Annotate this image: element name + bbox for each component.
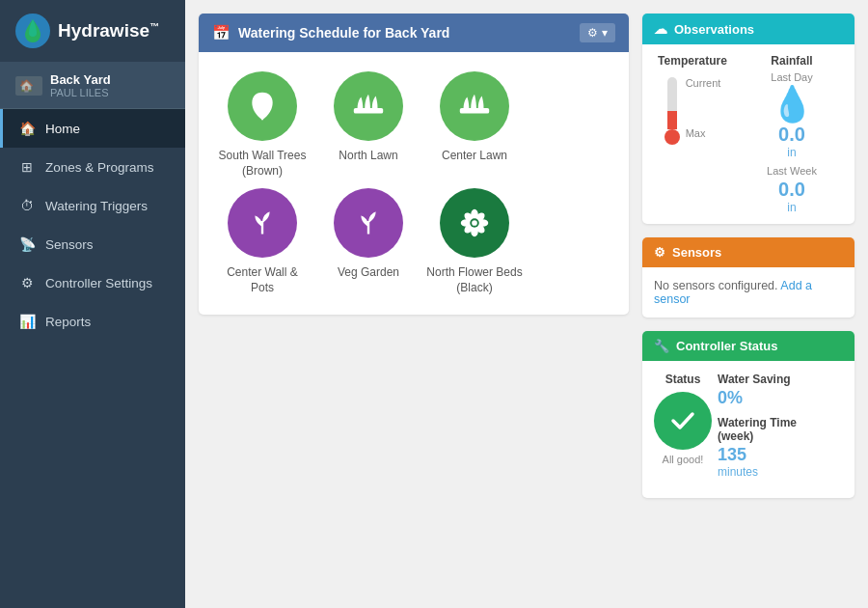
observations-card: ☁ Observations Temperature [642, 14, 854, 224]
zone-label-south-wall: South Wall Trees(Brown) [219, 149, 307, 179]
nav-label-home: Home [45, 122, 80, 136]
status-label: Status [665, 373, 701, 386]
zone-north-flower[interactable]: North Flower Beds(Black) [426, 188, 523, 295]
nav-item-sensors[interactable]: 📡 Sensors [0, 225, 185, 263]
home-icon: 🏠 [18, 120, 36, 137]
rain-last-week-unit: in [787, 201, 796, 214]
water-saving-label: Water Saving [718, 373, 843, 386]
sensors-header: ⚙ Sensors [642, 237, 854, 267]
schedule-gear-button[interactable]: ⚙ ▾ [580, 23, 615, 42]
main-content: 📅 Watering Schedule for Back Yard ⚙ ▾ [185, 0, 868, 608]
watering-time-value: 135 [718, 445, 746, 465]
rain-last-day-unit: in [787, 146, 796, 159]
cloud-icon: ☁ [654, 21, 667, 37]
zone-circle-center-lawn [440, 71, 509, 141]
all-good-circle [654, 392, 712, 450]
schedule-header: 📅 Watering Schedule for Back Yard ⚙ ▾ [199, 14, 629, 52]
reports-icon: 📊 [18, 313, 36, 330]
user-info: Back Yard PAUL LILES [50, 72, 111, 98]
controller-body: Status All good! Water Saving 0% [642, 361, 854, 498]
triggers-icon: ⏱ [18, 197, 36, 214]
logo: Hydrawise™ [0, 0, 185, 63]
nav-label-zones: Zones & Programs [45, 160, 154, 175]
temp-label: Temperature [658, 54, 727, 68]
rain-last-week-value: 0.0 [778, 179, 805, 201]
rain-label: Rainfall [771, 54, 812, 68]
zone-circle-south-wall [228, 71, 297, 141]
logo-icon [15, 14, 50, 48]
sprout2-icon [350, 205, 387, 241]
temp-current-label: Current [686, 77, 721, 89]
nav-label-sensors: Sensors [45, 237, 94, 252]
controller-stats: Water Saving 0% Watering Time (week) 135… [718, 373, 843, 486]
zones-grid: South Wall Trees(Brown) North Lawn [199, 52, 629, 315]
schedule-actions: ⚙ ▾ [580, 23, 615, 42]
nav-item-home[interactable]: 🏠 Home [0, 109, 185, 148]
schedule-title: 📅 Watering Schedule for Back Yard [212, 24, 449, 41]
check-icon [668, 406, 697, 435]
watering-time-label: Watering Time (week) [718, 416, 843, 443]
zone-circle-north-lawn [334, 71, 403, 141]
temp-max-label: Max [686, 127, 721, 139]
svg-rect-4 [354, 108, 383, 114]
controller-header: 🔧 Controller Status [642, 331, 854, 361]
leaf-icon [244, 88, 281, 124]
sidebar: Hydrawise™ 🏠 Back Yard PAUL LILES 🏠 Home… [0, 0, 185, 608]
zone-label-center-wall: Center Wall & Pots [214, 265, 311, 295]
all-good-label: All good! [663, 454, 704, 465]
temperature-section: Temperature Current Max [654, 54, 731, 214]
observations-title: Observations [674, 22, 754, 37]
sensors-gear-icon: ⚙ [654, 245, 665, 260]
zone-circle-north-flower [440, 188, 509, 258]
calendar-icon: 📅 [212, 24, 231, 41]
user-name: Back Yard [50, 72, 111, 87]
observations-body: Temperature Current Max [642, 44, 854, 224]
nav-item-triggers[interactable]: ⏱ Watering Triggers [0, 186, 185, 225]
svg-text:🏠: 🏠 [19, 78, 34, 93]
user-panel: 🏠 Back Yard PAUL LILES [0, 63, 185, 109]
raindrop-icon: 💧 [771, 87, 814, 122]
controller-icon-header: 🔧 [654, 339, 669, 353]
schedule-title-text: Watering Schedule for Back Yard [238, 25, 449, 41]
rain-last-week-label: Last Week [767, 165, 817, 177]
zone-label-veg-garden: Veg Garden [338, 265, 399, 281]
rainfall-section: Rainfall Last Day 💧 0.0 in Last Week 0.0 [741, 54, 843, 214]
user-sub: PAUL LILES [50, 87, 111, 98]
rain-last-day-value: 0.0 [778, 124, 805, 146]
zone-center-lawn[interactable]: Center Lawn [426, 71, 523, 164]
observations-header: ☁ Observations [642, 14, 854, 44]
sensors-card: ⚙ Sensors No sensors configured. Add a s… [642, 237, 854, 318]
gear-dropdown-icon: ▾ [602, 26, 608, 40]
grass2-icon [456, 88, 493, 124]
nav-item-reports[interactable]: 📊 Reports [0, 302, 185, 341]
water-saving-block: Water Saving 0% [718, 373, 843, 408]
nav-item-zones[interactable]: ⊞ Zones & Programs [0, 148, 185, 186]
controller-icon: ⚙ [18, 274, 36, 291]
zone-label-north-lawn: North Lawn [339, 149, 397, 164]
svg-rect-5 [460, 108, 489, 114]
rain-last-day-label: Last Day [771, 71, 812, 83]
zone-center-wall[interactable]: Center Wall & Pots [214, 188, 311, 295]
zone-label-center-lawn: Center Lawn [442, 149, 507, 164]
logo-text: Hydrawise™ [58, 20, 159, 41]
controller-title: Controller Status [676, 339, 777, 353]
user-icon: 🏠 [15, 76, 42, 96]
flower-icon [456, 205, 493, 241]
gear-icon: ⚙ [587, 26, 598, 40]
zone-south-wall[interactable]: South Wall Trees(Brown) [214, 71, 311, 179]
right-panel: ☁ Observations Temperature [642, 14, 854, 594]
zone-north-lawn[interactable]: North Lawn [320, 71, 417, 164]
thermometer [665, 77, 680, 145]
zone-circle-veg-garden [334, 188, 403, 258]
controller-card: 🔧 Controller Status Status All good! [642, 331, 854, 498]
zone-veg-garden[interactable]: Veg Garden [320, 188, 417, 281]
zones-icon: ⊞ [18, 158, 36, 176]
nav-item-controller[interactable]: ⚙ Controller Settings [0, 263, 185, 302]
zone-circle-center-wall [228, 188, 297, 258]
sprout-icon [244, 205, 281, 241]
sensors-title: Sensors [672, 245, 721, 260]
svg-point-16 [472, 220, 477, 226]
zone-label-north-flower: North Flower Beds(Black) [426, 265, 522, 295]
sensors-body: No sensors configured. Add a sensor [642, 267, 854, 318]
nav-label-reports: Reports [45, 315, 91, 329]
